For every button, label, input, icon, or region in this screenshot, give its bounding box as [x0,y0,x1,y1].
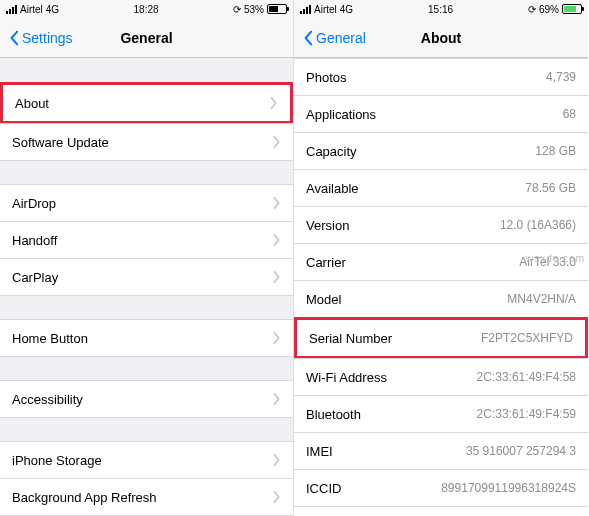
available-row[interactable]: Available 78.56 GB [294,169,588,207]
serial-number-highlight: Serial Number F2PT2C5XHFYD [294,317,588,358]
status-bar: Airtel 4G 15:16 ⟳ 69% [294,0,588,18]
row-label: Version [306,218,349,233]
signal-icon [300,5,311,14]
serial-number-row[interactable]: Serial Number F2PT2C5XHFYD [297,320,585,356]
signal-icon [6,5,17,14]
about-row-highlight: About [0,82,293,123]
network-label: 4G [46,4,59,15]
status-bar: Airtel 4G 18:28 ⟳ 53% [0,0,293,18]
carrier-label: Airtel [20,4,43,15]
about-label: About [15,96,49,111]
background-app-refresh-row[interactable]: Background App Refresh [0,478,293,516]
carrier-label: Airtel [314,4,337,15]
back-button[interactable]: General [302,30,366,46]
battery-pct: 69% [539,4,559,15]
row-label: Bluetooth [306,407,361,422]
battery-pct: 53% [244,4,264,15]
iphone-storage-label: iPhone Storage [12,453,102,468]
row-value: 12.0 (16A366) [500,218,576,232]
carplay-row[interactable]: CarPlay [0,258,293,296]
row-label: Carrier [306,255,346,270]
chevron-left-icon [8,30,20,46]
battery-icon [267,4,287,14]
row-value: 68 [563,107,576,121]
bluetooth-row[interactable]: Bluetooth 2C:33:61:49:F4:59 [294,395,588,433]
row-label: Serial Number [309,331,392,346]
capacity-row[interactable]: Capacity 128 GB [294,132,588,170]
back-label: General [316,30,366,46]
version-row[interactable]: Version 12.0 (16A366) [294,206,588,244]
nav-bar: General About [294,18,588,58]
accessibility-row[interactable]: Accessibility [0,380,293,418]
chevron-right-icon [273,136,281,148]
row-label: ICCID [306,481,341,496]
row-value: 2C:33:61:49:F4:59 [477,407,576,421]
handoff-label: Handoff [12,233,57,248]
back-label: Settings [22,30,73,46]
chevron-right-icon [273,491,281,503]
chevron-left-icon [302,30,314,46]
carplay-label: CarPlay [12,270,58,285]
airdrop-row[interactable]: AirDrop [0,184,293,222]
chevron-right-icon [273,393,281,405]
nav-bar: Settings General [0,18,293,58]
row-label: Applications [306,107,376,122]
row-value: 78.56 GB [525,181,576,195]
airdrop-label: AirDrop [12,196,56,211]
back-button[interactable]: Settings [8,30,73,46]
row-label: Wi-Fi Address [306,370,387,385]
photos-row[interactable]: Photos 4,739 [294,58,588,96]
row-value: 4,739 [546,70,576,84]
accessibility-label: Accessibility [12,392,83,407]
imei-row[interactable]: IMEI 35 916007 257294 3 [294,432,588,470]
background-app-refresh-label: Background App Refresh [12,490,157,505]
status-time: 18:28 [134,4,159,15]
handoff-row[interactable]: Handoff [0,221,293,259]
row-value: 8991709911996318924S [441,481,576,495]
row-value: F2PT2C5XHFYD [481,331,573,345]
software-update-row[interactable]: Software Update [0,123,293,161]
home-button-row[interactable]: Home Button [0,319,293,357]
battery-icon [562,4,582,14]
iphone-storage-row[interactable]: iPhone Storage [0,441,293,479]
chevron-right-icon [270,97,278,109]
wifi-address-row[interactable]: Wi-Fi Address 2C:33:61:49:F4:58 [294,358,588,396]
row-value: 2C:33:61:49:F4:58 [477,370,576,384]
orientation-lock-icon: ⟳ [233,4,241,15]
row-label: IMEI [306,444,333,459]
row-label: Photos [306,70,346,85]
chevron-right-icon [273,234,281,246]
home-button-label: Home Button [12,331,88,346]
screen-general: Airtel 4G 18:28 ⟳ 53% Settings General A… [0,0,294,516]
row-label: Model [306,292,341,307]
network-label: 4G [340,4,353,15]
software-update-label: Software Update [12,135,109,150]
iccid-row[interactable]: ICCID 8991709911996318924S [294,469,588,507]
row-label: Available [306,181,359,196]
modem-firmware-row[interactable]: Modem Firmware 3.00.01 [294,506,588,516]
row-value: 35 916007 257294 3 [466,444,576,458]
row-value: MN4V2HN/A [507,292,576,306]
chevron-right-icon [273,197,281,209]
orientation-lock-icon: ⟳ [528,4,536,15]
applications-row[interactable]: Applications 68 [294,95,588,133]
chevron-right-icon [273,271,281,283]
watermark: wsxdn.com [526,253,585,264]
model-row[interactable]: Model MN4V2HN/A [294,280,588,318]
row-value: 128 GB [535,144,576,158]
about-row[interactable]: About [3,85,290,121]
chevron-right-icon [273,454,281,466]
row-label: Capacity [306,144,357,159]
status-time: 15:16 [428,4,453,15]
chevron-right-icon [273,332,281,344]
